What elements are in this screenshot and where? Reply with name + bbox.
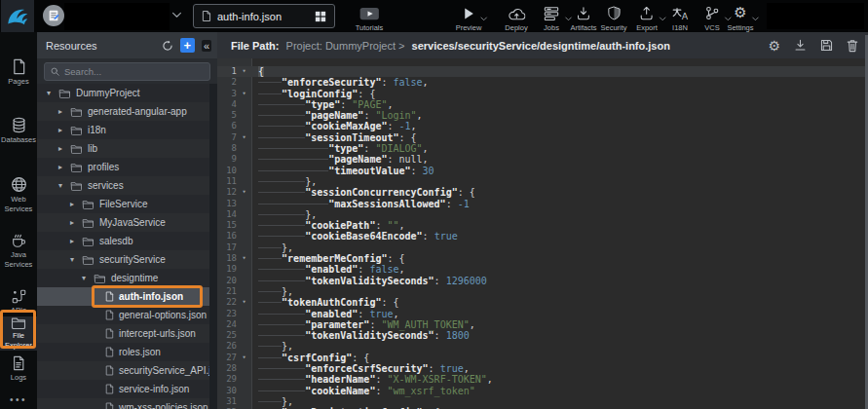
code-line-10[interactable]: 10"timeoutValue": 30 <box>217 166 865 176</box>
tree-item-dummyproject[interactable]: ▾DummyProject <box>37 84 209 102</box>
toolbar-action-vcs[interactable]: VCS <box>704 6 719 32</box>
fold-marker-icon[interactable]: ▾ <box>237 132 251 143</box>
chevron-down-icon[interactable] <box>752 17 760 21</box>
code-line-6[interactable]: 6"cookieMaxAge": -1, <box>217 121 865 131</box>
tree-item-auth-info-json[interactable]: auth-info.json <box>37 287 209 306</box>
toolbar-action-settings[interactable]: ⚙Settings <box>727 6 753 32</box>
sidebar-item-file-explorer[interactable]: File Explorer <box>0 316 37 351</box>
tree-item-securityservice-api-json[interactable]: securityService_API.json <box>37 361 209 380</box>
save-button[interactable] <box>820 39 833 52</box>
tree-item-salesdb[interactable]: ▸salesdb <box>37 232 209 250</box>
tree-item-securityservice[interactable]: ▾securityService <box>37 250 209 269</box>
tree-item-service-info-json[interactable]: service-info.json <box>37 380 209 398</box>
tree-item-roles-json[interactable]: roles.json <box>37 343 209 361</box>
code-line-5[interactable]: 5"pageName": "Login", <box>217 110 865 121</box>
chevron-expanded-icon[interactable]: ▾ <box>82 274 94 282</box>
token: 1800 <box>446 330 470 341</box>
toolbar-action-jobs[interactable]: Jobs <box>544 6 560 32</box>
chevron-expanded-icon[interactable]: ▾ <box>58 181 70 190</box>
settings-button[interactable]: ⚙ <box>768 37 780 55</box>
code-line-22[interactable]: 22▾"tokenAuthConfig": { <box>217 297 865 308</box>
toolbar-action-artifacts[interactable]: Artifacts <box>570 6 596 32</box>
sidebar-item-pages[interactable]: Pages <box>0 58 37 87</box>
code-line-21[interactable]: 21}, <box>217 286 865 297</box>
tree-scrollbar[interactable] <box>209 84 217 409</box>
tree-item-generated-angular-app[interactable]: ▸generated-angular-app <box>37 102 209 121</box>
code-line-15[interactable]: 15"cookiePath": "", <box>217 220 865 231</box>
tree-item-i18n[interactable]: ▸i18n <box>37 121 209 139</box>
fold-marker-icon[interactable]: ▾ <box>237 66 251 77</box>
tree-item-designtime[interactable]: ▾designtime <box>37 269 209 287</box>
tree-item-fileservice[interactable]: ▸FileService <box>37 195 209 213</box>
code-line-31[interactable]: 31}, <box>217 396 865 407</box>
code-line-7[interactable]: 7▾"sessionTimeout": { <box>217 132 865 143</box>
code-line-19[interactable]: 19"enabled": false, <box>217 264 865 275</box>
code-line-2[interactable]: 2"enforceSecurity": false, <box>217 77 865 88</box>
chevron-collapsed-icon[interactable]: ▸ <box>58 144 70 153</box>
tree-item-services[interactable]: ▾services <box>37 176 209 195</box>
tree-item-general-options-json[interactable]: general-options.json <box>37 306 209 324</box>
code-line-1[interactable]: 1▾{ <box>217 66 865 77</box>
code-line-12[interactable]: 12▾"sessionConcurrencyConfig": { <box>217 187 865 198</box>
code-line-20[interactable]: 20"tokenValiditySeconds": 1296000 <box>217 276 865 286</box>
code-line-11[interactable]: 11}, <box>217 176 865 187</box>
fold-marker-icon[interactable]: ▾ <box>237 353 251 363</box>
code-line-17[interactable]: 17}, <box>217 242 865 253</box>
sidebar-item-apis[interactable]: APIs <box>0 289 37 316</box>
sidebar-item-more[interactable]: ••• <box>0 390 37 407</box>
tree-item-wm-xss-policies-json[interactable]: wm-xss-policies.json <box>37 398 209 409</box>
sidebar-item-web-services[interactable]: Web Services <box>0 176 37 214</box>
code-line-24[interactable]: 24"parameter": "WM_AUTH_TOKEN", <box>217 319 865 330</box>
code-line-29[interactable]: 29"headerName": "X-WM-XSRF-TOKEN", <box>217 374 865 385</box>
code-line-8[interactable]: 8"type": "DIALOG", <box>217 143 865 154</box>
add-resource-button[interactable]: + <box>180 38 195 53</box>
fold-marker-icon[interactable]: ▾ <box>237 253 251 264</box>
chevron-collapsed-icon[interactable]: ▸ <box>58 163 70 171</box>
chevron-collapsed-icon[interactable]: ▸ <box>70 218 82 227</box>
code-line-23[interactable]: 23"enabled": true, <box>217 309 865 319</box>
tree-item-myjavaservice[interactable]: ▸MyJavaService <box>37 213 209 232</box>
code-line-25[interactable]: 25"tokenValiditySeconds": 1800 <box>217 330 865 341</box>
delete-button[interactable] <box>847 39 858 53</box>
chevron-expanded-icon[interactable]: ▾ <box>47 89 58 97</box>
code-editor[interactable]: 1▾{2"enforceSecurity": false,3▾"loginCon… <box>217 58 865 409</box>
sidebar-item-logs[interactable]: Logs <box>0 355 37 383</box>
tree-item-intercept-urls-json[interactable]: intercept-urls.json <box>37 324 209 343</box>
code-line-14[interactable]: 14}, <box>217 209 865 220</box>
code-line-3[interactable]: 3▾"loginConfig": { <box>217 89 865 99</box>
code-line-30[interactable]: 30"cookieName": "wm_xsrf_token" <box>217 386 865 396</box>
redacted-top-right <box>767 3 864 29</box>
toolbar-action-tutorials[interactable]: Tutorials <box>356 6 383 32</box>
code-line-27[interactable]: 27▾"csrfConfig": { <box>217 353 865 363</box>
chevron-expanded-icon[interactable]: ▾ <box>70 255 82 264</box>
refresh-icon[interactable] <box>162 40 173 52</box>
toolbar-action-preview[interactable]: Preview <box>456 6 482 32</box>
toolbar-action-i18n[interactable]: AI18N <box>672 6 689 32</box>
toolbar-action-export[interactable]: Export <box>636 6 658 32</box>
code-line-9[interactable]: 9"pageName": null, <box>217 154 865 165</box>
fold-marker-icon[interactable]: ▾ <box>237 297 251 308</box>
code-line-18[interactable]: 18▾"rememberMeConfig": { <box>217 253 865 264</box>
sidebar-item-java-services[interactable]: Java Services <box>0 233 37 270</box>
toolbar-action-deploy[interactable]: Deploy <box>505 6 527 32</box>
sidebar-item-databases[interactable]: Databases <box>0 117 37 145</box>
chevron-collapsed-icon[interactable]: ▸ <box>58 107 70 116</box>
code-line-13[interactable]: 13"maxSessionsAllowed": -1 <box>217 199 865 209</box>
chevron-collapsed-icon[interactable]: ▸ <box>58 126 70 134</box>
code-line-26[interactable]: 26}, <box>217 341 865 352</box>
chevron-down-icon[interactable] <box>660 17 667 21</box>
code-line-28[interactable]: 28"enforceCsrfSecurity": true, <box>217 363 865 374</box>
chevron-collapsed-icon[interactable]: ▸ <box>70 237 82 245</box>
code-line-16[interactable]: 16"cookieBase64Encode": true <box>217 231 865 242</box>
tree-item-lib[interactable]: ▸lib <box>37 139 209 158</box>
fold-marker-icon[interactable]: ▾ <box>237 187 251 198</box>
chevron-down-icon[interactable] <box>480 17 488 21</box>
download-button[interactable] <box>794 39 807 52</box>
code-line-4[interactable]: 4"type": "PAGE", <box>217 99 865 110</box>
toolbar-action-security[interactable]: Security <box>600 6 626 32</box>
search-input[interactable]: Search... <box>44 62 210 81</box>
tree-item-profiles[interactable]: ▸profiles <box>37 158 209 176</box>
chevron-collapsed-icon[interactable]: ▸ <box>70 200 82 208</box>
fold-marker-icon[interactable]: ▾ <box>237 89 251 99</box>
collapse-panel-icon[interactable]: « <box>202 40 211 52</box>
